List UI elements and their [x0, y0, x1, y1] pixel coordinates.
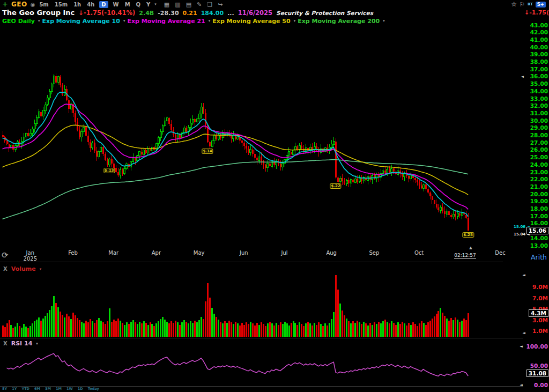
- legend-caret-icon[interactable]: ▾: [383, 19, 385, 23]
- favorite-star-icon[interactable]: ☆: [511, 1, 517, 8]
- rsi-pane-header: X RSI 14 ▾: [3, 340, 38, 347]
- month-label-apr: Apr: [145, 250, 167, 256]
- volume-tick-7.0M: 7.0M: [524, 295, 548, 301]
- timeframe-W[interactable]: W: [112, 2, 120, 8]
- month-label-oct: Oct: [409, 250, 430, 256]
- volume-caret-icon[interactable]: ▾: [40, 267, 42, 271]
- legend-item-4[interactable]: Exp Moving Average 200: [298, 18, 380, 25]
- add-symbol-button[interactable]: +: [2, 1, 8, 8]
- alerts-icon[interactable]: ◉: [31, 2, 35, 8]
- legend-row: GEO Daily▾Exp Moving Average 10▾Exp Movi…: [0, 17, 549, 25]
- rsi-caret-icon[interactable]: ▾: [36, 342, 38, 346]
- timeframe-15m[interactable]: 15m: [54, 2, 69, 8]
- legend-caret-icon[interactable]: ▾: [294, 19, 296, 23]
- earnings-badge-1[interactable]: $.14: [202, 149, 213, 154]
- current-volume-box: 4.3M: [529, 309, 548, 317]
- title-row: The Geo Group Inc ↓-1.75(-10.41%) 2.4B -…: [0, 9, 549, 17]
- month-label-aug: Aug: [321, 250, 342, 256]
- earnings-badge-2[interactable]: $.22: [330, 183, 342, 189]
- scale-mode-label[interactable]: Arith: [531, 253, 547, 261]
- share-icon[interactable]: ↪: [218, 1, 222, 8]
- legend-caret-icon[interactable]: ▾: [209, 19, 211, 23]
- flag-icon[interactable]: ⚐: [520, 1, 525, 8]
- price-tick-26: 26.00: [524, 146, 548, 153]
- volume-tick-9.0M: 9.0M: [524, 284, 548, 290]
- symbol-label[interactable]: GEO: [11, 1, 27, 8]
- price-tick-30: 30.00: [524, 117, 548, 124]
- today-marker-icon: ▲: [469, 246, 472, 250]
- timeframe-D[interactable]: D: [99, 1, 108, 8]
- earnings-badge-3[interactable]: $.25: [463, 232, 474, 238]
- price-tick-25: 25.00: [524, 154, 548, 160]
- range-1y[interactable]: 1Y: [12, 387, 17, 391]
- range-today[interactable]: Today: [88, 387, 99, 391]
- volume-tick-1.0M: 1.0M: [524, 328, 548, 334]
- splus-badge[interactable]: S+: [536, 2, 546, 8]
- rsi-tick-50.00: 50.00: [523, 363, 548, 369]
- month-label-dec: Dec: [489, 250, 511, 256]
- timeframe-4h[interactable]: 4h: [86, 2, 95, 8]
- calendar-icon[interactable]: ▦: [164, 1, 169, 8]
- range-1w[interactable]: 1W: [66, 387, 73, 391]
- month-label-may: May: [188, 250, 210, 256]
- earnings-badge-0[interactable]: $.13: [103, 168, 115, 173]
- legend-item-1[interactable]: Exp Moving Average 10: [42, 18, 120, 25]
- timeframe-caret-icon[interactable]: ▾: [154, 2, 157, 6]
- price-tick-38: 38.00: [524, 58, 548, 65]
- price-tick-21: 21.00: [524, 183, 548, 190]
- stat-value-2: 0.21: [183, 10, 197, 17]
- timeframe-M[interactable]: M: [124, 2, 131, 8]
- quote-date: 11/6/2025: [238, 9, 272, 17]
- toolbar-right-group: ☆ ⚐ RT S+: [511, 1, 549, 8]
- range-5y[interactable]: 5Y: [2, 387, 7, 391]
- price-tick-28: 28.00: [524, 132, 548, 138]
- timeframe-1h[interactable]: 1h: [72, 2, 82, 8]
- refresh-icon[interactable]: ⟳: [2, 250, 9, 260]
- draw-icon[interactable]: ✎: [197, 1, 202, 8]
- price-tick-33: 33.00: [524, 95, 548, 102]
- notes-icon[interactable]: ▤: [186, 1, 191, 8]
- legend-item-3[interactable]: Exp Moving Average 50: [212, 18, 290, 25]
- month-label-feb: Feb: [62, 250, 84, 256]
- price-tick-29: 29.00: [524, 124, 548, 131]
- legend-item-0[interactable]: GEO Daily: [2, 18, 35, 25]
- stats-ellipsis[interactable]: ...: [227, 10, 234, 17]
- timeframe-group: 5m15m1h4hDWMQY: [38, 1, 151, 8]
- timeframe-5m[interactable]: 5m: [38, 2, 49, 8]
- chart-canvas[interactable]: [0, 0, 549, 392]
- rsi-top-marker-icon: ◄: [520, 344, 523, 349]
- legend-caret-icon[interactable]: ▾: [38, 19, 40, 23]
- legend-caret-icon[interactable]: ▾: [123, 19, 125, 23]
- price-tick-17: 17.00: [524, 213, 548, 219]
- bar-countdown: 02:12:57: [454, 253, 476, 259]
- current-rsi-box: 31.08: [526, 369, 548, 377]
- price-change-right: ↓-1.75(: [524, 9, 549, 16]
- price-tick-24: 24.00: [524, 161, 548, 168]
- range-3m[interactable]: 3M: [45, 387, 51, 391]
- month-label-jul: Jul: [274, 250, 295, 256]
- stat-value-1: -28.30: [158, 10, 179, 17]
- range-1d[interactable]: 1D: [78, 387, 83, 391]
- price-tick-34: 34.00: [524, 88, 548, 94]
- rsi-pane-title[interactable]: RSI 14: [11, 340, 33, 347]
- volume-close-button[interactable]: X: [3, 266, 8, 272]
- timeframe-Q[interactable]: Q: [135, 2, 142, 8]
- price-tick-41: 41.00: [524, 36, 548, 43]
- industry-label[interactable]: Security & Protection Services: [276, 10, 373, 16]
- chart-style-icon[interactable]: ▥: [175, 1, 180, 8]
- price-tick-23: 23.00: [524, 169, 548, 175]
- range-1m[interactable]: 1M: [56, 387, 62, 391]
- range-ytd[interactable]: YTD: [21, 387, 29, 391]
- zoom-range-bar: 5Y1YYTD6M3M1M1W1DToday: [2, 387, 99, 391]
- volume-pane-title[interactable]: Volume: [11, 265, 36, 272]
- range-6m[interactable]: 6M: [34, 387, 40, 391]
- price-tick-31: 31.00: [524, 110, 548, 116]
- price-tick-13: 13.00: [524, 242, 548, 249]
- price-tick-35: 35.00: [524, 80, 548, 87]
- rsi-close-button[interactable]: X: [3, 341, 8, 346]
- layout-icon[interactable]: ❏: [207, 1, 212, 8]
- timeframe-Y[interactable]: Y: [145, 2, 151, 8]
- price-tick-40: 40.00: [524, 44, 548, 50]
- legend-item-2[interactable]: Exp Moving Average 21: [127, 18, 205, 25]
- company-name: The Geo Group Inc: [2, 9, 75, 17]
